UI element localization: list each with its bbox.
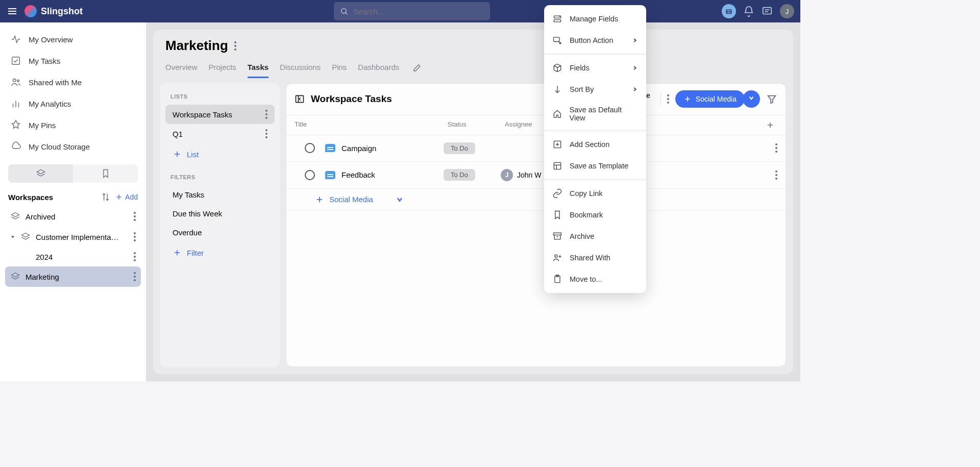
filter-icon[interactable]: [766, 93, 777, 105]
more-icon[interactable]: [134, 272, 136, 281]
add-column-button[interactable]: [763, 120, 777, 130]
chat-icon: [325, 144, 335, 152]
menu-save-template[interactable]: Save as Template: [544, 155, 646, 177]
edit-icon[interactable]: [412, 63, 422, 72]
filter-my-tasks[interactable]: My Tasks: [165, 185, 275, 204]
tab-discussions[interactable]: Discussions: [280, 58, 321, 78]
page-more-icon[interactable]: [234, 41, 236, 51]
tab-overview[interactable]: Overview: [165, 58, 198, 78]
status-pill: To Do: [444, 142, 475, 154]
assignee-name: John W: [517, 171, 541, 179]
menu-button-action[interactable]: Button Action: [544, 30, 646, 51]
chat-icon[interactable]: [762, 6, 773, 17]
menu-fields[interactable]: Fields: [544, 57, 646, 79]
hamburger-icon[interactable]: [6, 5, 18, 17]
nav-my-overview[interactable]: My Overview: [0, 29, 146, 50]
nav-label: My Overview: [29, 35, 73, 44]
layers-icon: [20, 232, 31, 242]
more-icon[interactable]: [134, 212, 136, 221]
bell-icon[interactable]: [743, 6, 754, 17]
tab-tasks[interactable]: Tasks: [248, 58, 268, 78]
search-box[interactable]: [334, 2, 490, 20]
nav-label: My Tasks: [29, 57, 60, 65]
chevron-down-icon[interactable]: [396, 195, 404, 204]
task-row[interactable]: Campaign To Do: [286, 135, 786, 162]
menu-save-default[interactable]: Save as Default View: [544, 100, 646, 128]
task-name: Campaign: [341, 144, 444, 153]
more-icon[interactable]: [265, 129, 267, 138]
collapse-icon[interactable]: [295, 94, 305, 104]
workspace-archived[interactable]: Archived: [0, 206, 146, 227]
task-complete-toggle[interactable]: [305, 143, 315, 153]
menu-label: Bookmark: [570, 211, 603, 219]
filter-overdue[interactable]: Overdue: [165, 223, 275, 242]
menu-move-to[interactable]: Move to...: [544, 268, 646, 290]
tasks-more-icon[interactable]: [667, 94, 669, 104]
add-section-button[interactable]: Social Media: [295, 195, 373, 204]
add-list-button[interactable]: List: [165, 143, 275, 165]
menu-sort-by[interactable]: Sort By: [544, 79, 646, 100]
plus-icon: [315, 195, 324, 204]
task-more-icon[interactable]: [775, 143, 777, 153]
assistant-avatar[interactable]: [722, 4, 736, 18]
list-workspace-tasks[interactable]: Workspace Tasks: [165, 105, 275, 124]
more-icon[interactable]: [134, 232, 136, 241]
brand[interactable]: Slingshot: [24, 5, 83, 17]
task-columns: Title Status Assignee: [286, 115, 786, 135]
assignee-avatar: J: [501, 169, 513, 181]
task-more-icon[interactable]: [775, 170, 777, 180]
svg-point-12: [13, 79, 16, 82]
list-q1[interactable]: Q1: [165, 124, 275, 143]
add-workspace-button[interactable]: Add: [115, 193, 138, 201]
page-title: Marketing: [165, 38, 228, 54]
robot-icon: [724, 7, 733, 16]
menu-label: Manage Fields: [570, 15, 618, 23]
nav-my-pins[interactable]: My Pins: [0, 114, 146, 136]
nav-my-tasks[interactable]: My Tasks: [0, 50, 146, 71]
more-icon[interactable]: [265, 110, 267, 119]
add-filter-button[interactable]: Filter: [165, 242, 275, 263]
nav-my-cloud-storage[interactable]: My Cloud Storage: [0, 136, 146, 157]
ws-label: Customer Implementa…: [36, 233, 129, 241]
social-media-chip[interactable]: Social Media: [675, 90, 745, 108]
add-section-icon: [552, 139, 562, 150]
menu-add-section[interactable]: Add Section: [544, 134, 646, 155]
svg-point-51: [555, 255, 557, 257]
menu-archive[interactable]: Archive: [544, 226, 646, 247]
menu-bookmark[interactable]: Bookmark: [544, 204, 646, 226]
tab-dashboards[interactable]: Dashboards: [358, 58, 399, 78]
search-input[interactable]: [353, 7, 484, 16]
tab-pins[interactable]: Pins: [332, 58, 347, 78]
task-complete-toggle[interactable]: [305, 170, 315, 180]
workspace-customer-impl[interactable]: Customer Implementa…: [0, 227, 146, 247]
menu-manage-fields[interactable]: Manage Fields: [544, 8, 646, 30]
task-status[interactable]: To Do: [444, 142, 501, 154]
task-status[interactable]: To Do: [444, 169, 501, 181]
workspace-marketing[interactable]: Marketing: [5, 266, 141, 287]
workspaces-header: Workspaces: [8, 193, 96, 202]
workspace-2024[interactable]: 2024: [0, 247, 146, 266]
sort-icon[interactable]: [101, 192, 111, 202]
filters-label: FILTERS: [165, 171, 275, 185]
chevron-right-icon: [632, 37, 638, 43]
user-avatar[interactable]: J: [780, 4, 794, 18]
tab-projects[interactable]: Projects: [209, 58, 236, 78]
menu-label: Save as Template: [570, 162, 628, 170]
section-label: Social Media: [329, 195, 373, 204]
chip-dropdown[interactable]: [743, 90, 760, 108]
nav-toggle-layers[interactable]: [8, 164, 73, 183]
task-row[interactable]: Feedback To Do J John W: [286, 162, 786, 189]
col-status: Status: [448, 120, 505, 130]
menu-shared-with[interactable]: Shared With: [544, 247, 646, 268]
svg-rect-40: [554, 20, 560, 22]
more-icon[interactable]: [134, 252, 136, 261]
nav-my-analytics[interactable]: My Analytics: [0, 93, 146, 114]
add-list-label: List: [187, 150, 199, 159]
nav-toggle-bookmark[interactable]: [73, 164, 138, 183]
svg-line-4: [346, 13, 347, 14]
menu-copy-link[interactable]: Copy Link: [544, 183, 646, 204]
nav-shared-with-me[interactable]: Shared with Me: [0, 71, 146, 93]
filter-due-this-week[interactable]: Due this Week: [165, 204, 275, 223]
svg-point-3: [341, 9, 347, 14]
tasks-panel: Workspace Tasks View Type List: [286, 83, 786, 367]
